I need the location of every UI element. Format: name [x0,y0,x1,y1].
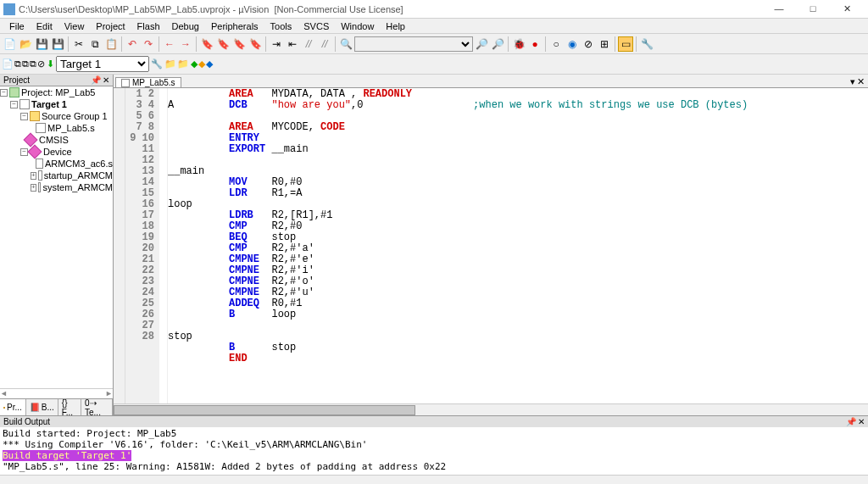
paste-icon[interactable]: 📋 [103,36,119,52]
indent-icon[interactable]: ⇥ [269,36,284,52]
folder-icon [30,111,40,121]
status-bar [0,475,868,484]
manage-icon[interactable]: 📁 [177,58,189,70]
menu-peripherals[interactable]: Peripherals [205,21,264,31]
tree-dev-file[interactable]: startup_ARMCM [44,170,113,181]
pane-close-icon[interactable]: ✕ [103,75,109,85]
menu-file[interactable]: File [3,21,31,31]
pack-install-icon[interactable]: ◆ [191,58,198,70]
project-tree[interactable]: −Project: MP_Lab5 −Target 1 −Source Grou… [0,86,113,388]
menu-svcs[interactable]: SVCS [298,21,335,31]
build-output-text[interactable]: Build started: Project: MP_Lab5 *** Usin… [0,427,868,475]
tree-target[interactable]: Target 1 [31,99,67,109]
tree-file[interactable]: MP_Lab5.s [47,123,95,133]
hscroll-left-icon[interactable]: ◄ [0,389,8,398]
bookmark-next-icon[interactable]: 🔖 [231,36,247,52]
options-icon[interactable]: 🔧 [151,58,163,70]
comment-icon[interactable]: // [301,36,316,52]
expand-icon[interactable]: − [0,89,8,97]
rebuild-icon[interactable]: ⧉ [22,58,29,70]
pane-pin-icon[interactable]: 📌 [846,417,856,426]
find-combo[interactable] [354,36,473,52]
menu-window[interactable]: Window [335,21,380,31]
book-icon: 📕 [30,403,40,412]
pack-rte-icon[interactable]: ◆ [206,58,213,70]
menu-view[interactable]: View [58,21,91,31]
unindent-icon[interactable]: ⇤ [285,36,300,52]
pane-pin-icon[interactable]: 📌 [91,75,101,85]
nav-fwd-icon[interactable]: → [178,36,193,52]
translate-icon[interactable]: 📄 [2,58,14,70]
tab-dropdown-icon[interactable]: ▾ [850,76,855,87]
menu-edit[interactable]: Edit [31,21,58,31]
maximize-button[interactable]: □ [802,3,824,14]
build-output-title: Build Output 📌 ✕ [0,416,868,427]
code-editor[interactable]: 1 2 3 4 5 6 7 8 9 10 11 12 13 14 15 16 1… [114,88,868,403]
expand-icon[interactable]: + [31,172,36,180]
configure-icon[interactable]: 🔧 [639,36,654,52]
bp-kill-icon[interactable]: ⊘ [581,36,596,52]
pack-select-icon[interactable]: ◆ [198,58,205,70]
build-output-pane: Build Output 📌 ✕ Build started: Project:… [0,415,868,475]
minimize-button[interactable]: — [768,3,790,14]
redo-icon[interactable]: ↷ [141,36,156,52]
find-files-icon[interactable]: 🔎 [490,36,505,52]
pane-close-icon[interactable]: ✕ [858,417,865,426]
project-pane: Project 📌 ✕ −Project: MP_Lab5 −Target 1 … [0,75,114,415]
file-icon [36,159,43,169]
breakpoint-icon[interactable]: ● [527,36,542,52]
menu-debug[interactable]: Debug [166,21,205,31]
bp-disable-icon[interactable]: ○ [548,36,564,52]
bookmark-icon[interactable]: 🔖 [199,36,214,52]
tab-close-icon[interactable]: ✕ [857,76,865,87]
menu-help[interactable]: Help [380,21,411,31]
tree-group[interactable]: Source Group 1 [42,111,108,121]
menu-flash[interactable]: Flash [131,21,166,31]
tree-project[interactable]: Project: MP_Lab5 [21,87,95,97]
expand-icon[interactable]: + [31,184,36,192]
tab-functions[interactable]: {} F... [58,399,81,415]
tab-books[interactable]: 📕B... [26,399,58,415]
cut-icon[interactable]: ✂ [71,36,86,52]
code-text[interactable]: AREA MYDATA, DATA , READONLY A DCB "how … [168,88,868,403]
editor-tabs: MP_Lab5.s ▾ ✕ [114,75,868,88]
bp-enable-icon[interactable]: ◉ [565,36,580,52]
find-icon[interactable]: 🔍 [338,36,353,52]
tree-dev-file[interactable]: ARMCM3_ac6.s [45,159,113,169]
uncomment-icon[interactable]: // [317,36,332,52]
build-icon[interactable]: ⧉ [14,58,21,70]
window-icon[interactable]: ▭ [618,36,633,52]
undo-icon[interactable]: ↶ [125,36,140,52]
download-icon[interactable]: ⬇ [47,58,54,70]
find-next-icon[interactable]: 🔎 [474,36,489,52]
save-all-icon[interactable]: 💾 [50,36,65,52]
tab-templates[interactable]: 0⇢ Te... [81,399,113,415]
save-icon[interactable]: 💾 [34,36,49,52]
menu-project[interactable]: Project [90,21,131,31]
file-icon [38,170,42,181]
tree-device[interactable]: Device [43,147,72,157]
menu-tools[interactable]: Tools [264,21,298,31]
nav-back-icon[interactable]: ← [162,36,177,52]
bookmark-prev-icon[interactable]: 🔖 [215,36,231,52]
batch-build-icon[interactable]: ⧉ [30,58,36,70]
editor-tab-active[interactable]: MP_Lab5.s [115,77,181,87]
target-select[interactable]: Target 1 [56,56,149,72]
tree-cmsis[interactable]: CMSIS [39,135,69,145]
expand-icon[interactable]: − [10,101,18,108]
copy-icon[interactable]: ⧉ [87,36,103,52]
stop-build-icon[interactable]: ⊘ [37,58,45,70]
expand-icon[interactable]: − [20,113,28,120]
editor-hscroll[interactable] [114,403,868,415]
bp-window-icon[interactable]: ⊞ [597,36,612,52]
new-file-icon[interactable]: 📄 [2,36,17,52]
close-button[interactable]: ✕ [836,3,858,14]
hscroll-right-icon[interactable]: ► [105,389,113,398]
bookmark-clear-icon[interactable]: 🔖 [248,36,263,52]
debug-icon[interactable]: 🐞 [511,36,526,52]
titlebar: C:\Users\user\Desktop\MP_Lab5\MP_Lab5.uv… [0,0,868,19]
open-file-icon[interactable]: 📂 [18,36,33,52]
tree-dev-file[interactable]: system_ARMCM [42,182,113,192]
file-ext-icon[interactable]: 📁 [164,58,176,70]
tab-project[interactable]: Pr... [0,399,26,415]
